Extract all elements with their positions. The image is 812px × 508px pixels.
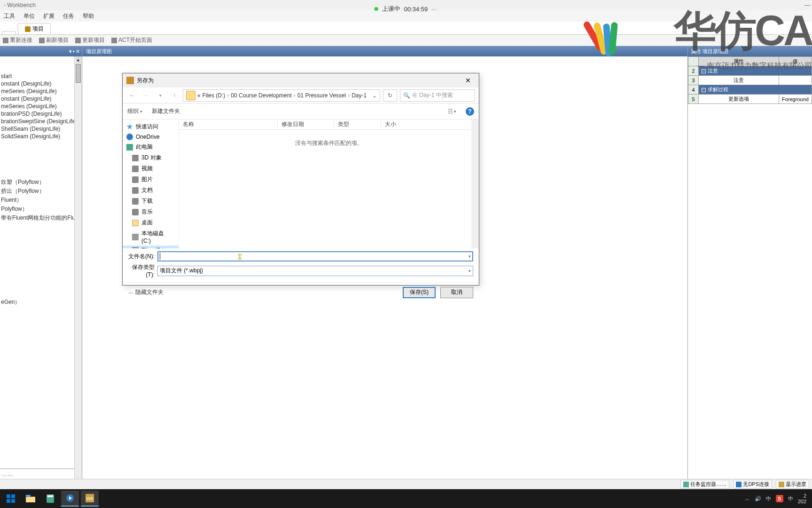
- cancel-button[interactable]: 取消: [440, 287, 473, 298]
- tree-item[interactable]: SolidSeam (DesignLife): [1, 133, 81, 140]
- tree-item[interactable]: brationSweptSine (DesignLife): [1, 118, 81, 125]
- new-folder-button[interactable]: 新建文件夹: [152, 107, 180, 115]
- sidebar-item[interactable]: 本地磁盘 (C:): [123, 228, 179, 246]
- menu-tasks[interactable]: 任务: [63, 12, 74, 20]
- sidebar-item[interactable]: 音乐: [123, 206, 179, 217]
- tree-item[interactable]: 带有Fluent网格划分功能的Fluent）: [1, 214, 81, 222]
- filename-dropdown-icon[interactable]: ▾: [468, 254, 471, 259]
- hide-folders-button[interactable]: ︿隐藏文件夹: [128, 288, 164, 296]
- toolbox-filter-input[interactable]: ……: [0, 468, 82, 479]
- sidebar-item[interactable]: 下载: [123, 196, 179, 206]
- nav-recent-icon[interactable]: ▾: [155, 93, 166, 98]
- tree-item[interactable]: meSeries (DesignLife): [1, 87, 81, 95]
- panel-close-icon[interactable]: ✕: [76, 48, 80, 55]
- dialog-close-button[interactable]: ✕: [461, 77, 475, 84]
- refresh-button[interactable]: ↻: [383, 89, 397, 102]
- file-list[interactable]: 名称 修改日期 类型 大小 没有与搜索条件匹配的项。: [179, 119, 479, 248]
- taskbar-app1-icon[interactable]: [61, 491, 79, 507]
- dialog-titlebar[interactable]: 另存为 ✕: [123, 73, 479, 87]
- prop-value[interactable]: [779, 76, 812, 85]
- nav-back-icon[interactable]: ←: [126, 92, 138, 99]
- sidebar-item[interactable]: 桌面: [123, 217, 179, 228]
- tree-item[interactable]: eGen）: [1, 298, 81, 307]
- tb-refresh-project[interactable]: 刷新项目: [39, 36, 69, 44]
- prop-value[interactable]: Foreground: [779, 95, 812, 104]
- panel-pin-icon[interactable]: ▾: [69, 48, 72, 55]
- taskbar-calc-icon[interactable]: [41, 491, 59, 507]
- filetype-dropdown-icon[interactable]: ▾: [468, 269, 471, 273]
- address-dropdown-icon[interactable]: ⌄: [372, 92, 377, 99]
- dialog-sidebar[interactable]: 快速访问OneDrive此电脑3D 对象视频图片文档下载音乐桌面本地磁盘 (C:…: [123, 119, 179, 248]
- chevron-up-icon[interactable]: ︿: [431, 5, 437, 13]
- filename-input[interactable]: Ꮖ ▾: [157, 251, 473, 262]
- tb-reconnect[interactable]: 重新连接: [3, 36, 32, 44]
- toolbox-scrollbar[interactable]: ▴ ▾: [74, 56, 82, 489]
- sidebar-item[interactable]: 视频: [123, 163, 179, 174]
- prop-group[interactable]: −注意: [699, 66, 812, 76]
- search-input[interactable]: 🔍 在 Day-1 中搜索: [400, 89, 475, 102]
- collapse-icon[interactable]: −: [702, 69, 706, 73]
- minimize-button[interactable]: —: [804, 2, 810, 8]
- taskbar-start-icon[interactable]: [2, 491, 20, 507]
- menu-extensions[interactable]: 扩展: [43, 12, 55, 20]
- collapse-icon[interactable]: −: [702, 88, 706, 92]
- nav-up-icon[interactable]: ↑: [169, 92, 180, 99]
- sidebar-item[interactable]: Files (D:): [123, 246, 179, 248]
- tray-lang2[interactable]: 中: [788, 495, 793, 502]
- col-date[interactable]: 修改日期: [278, 120, 334, 128]
- scroll-thumb[interactable]: [76, 64, 81, 83]
- view-mode-button[interactable]: ☷ ▾: [448, 108, 456, 115]
- tree-item[interactable]: start: [1, 72, 81, 80]
- tb-act-start[interactable]: ACT开始页面: [111, 36, 152, 44]
- filelist-scrollbar[interactable]: [471, 119, 479, 248]
- tree-item[interactable]: meSeries (DesignLife): [1, 103, 81, 110]
- properties-grid[interactable]: 属性值 2−注意 3注意 4−求解过程 5更新选项Foreground: [688, 56, 812, 104]
- taskbar-explorer-icon[interactable]: [22, 491, 39, 507]
- help-icon[interactable]: ?: [466, 107, 474, 116]
- tree-item[interactable]: brationPSD (DesignLife): [1, 110, 81, 118]
- tray-lang[interactable]: 中: [766, 495, 771, 502]
- tree-item[interactable]: 挤出（Polyflow）: [1, 187, 81, 196]
- status-show-progress[interactable]: 显示进度: [776, 480, 809, 489]
- tree-item[interactable]: 吹塑（Polyflow）: [1, 178, 81, 187]
- toolbox-tree[interactable]: start onstant (DesignLife) meSeries (Des…: [0, 56, 82, 468]
- menu-tools[interactable]: 工具: [4, 12, 15, 20]
- tb-update-project[interactable]: 更新项目: [75, 36, 105, 44]
- menu-units[interactable]: 单位: [23, 12, 35, 20]
- filetype-select[interactable]: 项目文件 (*.wbpj) ▾: [157, 266, 473, 276]
- taskbar-workbench-icon[interactable]: WB: [81, 491, 99, 507]
- nav-forward-icon[interactable]: →: [141, 92, 152, 99]
- save-button[interactable]: 保存(S): [403, 287, 436, 298]
- menu-help[interactable]: 帮助: [83, 12, 94, 20]
- panel-dropdown-icon[interactable]: ▪: [73, 48, 75, 54]
- tree-item[interactable]: Polyflow）: [1, 205, 81, 214]
- address-bar[interactable]: « Files (D:)› 00 Course Development› 01 …: [183, 89, 380, 102]
- sidebar-item[interactable]: 文档: [123, 185, 179, 196]
- col-type[interactable]: 类型: [334, 120, 381, 128]
- tray-date[interactable]: 2202: [798, 493, 806, 504]
- sidebar-item[interactable]: 图片: [123, 174, 179, 185]
- prop-group[interactable]: −求解过程: [699, 85, 812, 95]
- taskbar-tray[interactable]: ︿ 🔊 中 S 中 2202: [745, 493, 810, 504]
- sidebar-item[interactable]: 3D 对象: [123, 152, 179, 163]
- tray-sogou-icon[interactable]: S: [776, 495, 783, 502]
- organize-button[interactable]: 组织 ▾: [127, 107, 142, 115]
- scroll-up-icon[interactable]: ▴: [76, 56, 81, 63]
- col-name[interactable]: 名称: [179, 120, 278, 128]
- status-task-monitor[interactable]: 任务监控器……: [680, 480, 729, 489]
- tree-item[interactable]: Fluent）: [1, 196, 81, 205]
- svg-rect-0: [7, 494, 10, 498]
- tray-volume-icon[interactable]: 🔊: [755, 496, 761, 502]
- tree-item[interactable]: onstant (DesignLife): [1, 95, 81, 103]
- tree-item[interactable]: ShellSeam (DesignLife): [1, 125, 81, 133]
- sidebar-item[interactable]: 此电脑: [123, 142, 179, 152]
- windows-taskbar[interactable]: WB ︿ 🔊 中 S 中 2202: [0, 489, 812, 508]
- tray-chevron-icon[interactable]: ︿: [745, 495, 750, 502]
- tab-project[interactable]: 项目: [18, 23, 51, 34]
- sidebar-item[interactable]: OneDrive: [123, 132, 179, 142]
- status-no-dps[interactable]: 无DPS连接: [733, 480, 772, 489]
- tree-item[interactable]: onstant (DesignLife): [1, 80, 81, 87]
- generic-icon: [132, 166, 139, 172]
- col-size[interactable]: 大小: [381, 120, 479, 128]
- sidebar-item[interactable]: 快速访问: [123, 121, 179, 132]
